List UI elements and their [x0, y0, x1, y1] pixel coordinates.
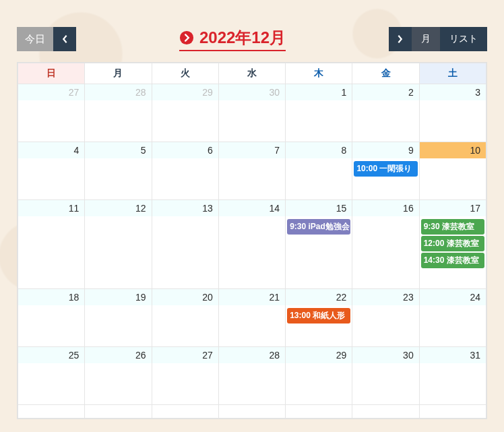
calendar-day-cell[interactable]: 5 — [85, 142, 152, 200]
day-number: 28 — [219, 347, 285, 363]
day-number: 11 — [18, 200, 84, 216]
calendar-footer-row — [18, 405, 486, 419]
day-cell-body — [352, 363, 418, 366]
day-cell-body — [219, 305, 285, 308]
day-cell-body — [152, 216, 218, 219]
day-cell-body — [219, 158, 285, 161]
day-number: 15 — [286, 200, 352, 216]
day-number: 12 — [85, 200, 151, 216]
calendar-day-cell[interactable]: 13 — [152, 200, 218, 289]
calendar-day-cell[interactable]: 11 — [18, 200, 85, 289]
calendar-day-cell[interactable]: 21 — [218, 289, 285, 347]
circle-chevron-right-icon — [179, 30, 194, 45]
day-number: 16 — [352, 200, 418, 216]
calendar-day-cell[interactable]: 29 — [286, 347, 352, 405]
calendar-event[interactable]: 14:30 漆芸教室 — [421, 253, 484, 268]
empty-cell — [352, 405, 419, 419]
day-cell-body — [85, 100, 151, 103]
calendar-event[interactable]: 9:30 iPad勉強会 — [287, 219, 350, 235]
calendar-day-cell[interactable]: 18 — [18, 289, 85, 347]
day-number: 4 — [18, 142, 84, 158]
day-number: 29 — [286, 347, 352, 363]
today-button[interactable]: 今日 — [17, 27, 53, 51]
day-number: 28 — [85, 84, 151, 100]
next-button[interactable] — [389, 27, 412, 51]
day-cell-body: 10:00 一閑張り — [352, 158, 418, 179]
calendar-day-cell[interactable]: 10 — [419, 142, 486, 200]
day-number: 31 — [420, 347, 486, 363]
day-header-row: 日 月 火 水 木 金 土 — [18, 63, 486, 84]
prev-button[interactable] — [53, 27, 76, 51]
day-cell-body — [152, 305, 218, 308]
day-cell-body — [152, 100, 218, 103]
calendar-day-cell[interactable]: 6 — [152, 142, 218, 200]
calendar-day-cell[interactable]: 8 — [286, 142, 352, 200]
day-number: 26 — [85, 347, 151, 363]
calendar-day-cell[interactable]: 20 — [152, 289, 218, 347]
day-number: 29 — [152, 84, 218, 100]
day-number: 13 — [152, 200, 218, 216]
calendar-day-cell[interactable]: 179:30 漆芸教室12:00 漆芸教室14:30 漆芸教室 — [419, 200, 486, 289]
calendar-day-cell[interactable]: 16 — [352, 200, 419, 289]
day-header-fri: 金 — [352, 63, 419, 84]
calendar-day-cell[interactable]: 23 — [352, 289, 419, 347]
calendar-event[interactable]: 12:00 漆芸教室 — [421, 236, 484, 251]
calendar-day-cell[interactable]: 27 — [152, 347, 218, 405]
calendar-day-cell[interactable]: 4 — [18, 142, 85, 200]
day-header-sun: 日 — [18, 63, 85, 84]
day-cell-body — [420, 363, 486, 366]
calendar-day-cell[interactable]: 2213:00 和紙人形 — [286, 289, 352, 347]
calendar-day-cell[interactable]: 28 — [218, 347, 285, 405]
day-header-wed: 水 — [218, 63, 285, 84]
calendar-event[interactable]: 9:30 漆芸教室 — [421, 219, 484, 235]
day-cell-body — [352, 305, 418, 308]
calendar-day-cell[interactable]: 30 — [218, 84, 285, 142]
calendar-day-cell[interactable]: 28 — [85, 84, 152, 142]
day-number: 27 — [18, 84, 84, 100]
calendar-day-cell[interactable]: 14 — [218, 200, 285, 289]
day-cell-body — [18, 363, 84, 366]
day-cell-body — [352, 216, 418, 219]
calendar-day-cell[interactable]: 7 — [218, 142, 285, 200]
calendar-day-cell[interactable]: 19 — [85, 289, 152, 347]
day-cell-body: 9:30 漆芸教室12:00 漆芸教室14:30 漆芸教室 — [420, 216, 486, 271]
list-view-button[interactable]: リスト — [440, 27, 487, 51]
day-cell-body — [85, 305, 151, 308]
day-cell-body — [85, 158, 151, 161]
calendar-day-cell[interactable]: 25 — [18, 347, 85, 405]
calendar-day-cell[interactable]: 26 — [85, 347, 152, 405]
calendar-day-cell[interactable]: 30 — [352, 347, 419, 405]
calendar-day-cell[interactable]: 910:00 一閑張り — [352, 142, 419, 200]
calendar-event[interactable]: 10:00 一閑張り — [354, 161, 417, 177]
day-number: 8 — [286, 142, 352, 158]
calendar-day-cell[interactable]: 31 — [419, 347, 486, 405]
chevron-right-icon — [397, 34, 404, 44]
calendar-day-cell[interactable]: 24 — [419, 289, 486, 347]
calendar-day-cell[interactable]: 27 — [18, 84, 85, 142]
calendar-day-cell[interactable]: 1 — [286, 84, 352, 142]
day-number: 22 — [286, 289, 352, 305]
calendar-grid: 日 月 火 水 木 金 土 2728293012345678910:00 一閑張… — [17, 62, 487, 419]
calendar-day-cell[interactable]: 3 — [419, 84, 486, 142]
calendar-week-row: 11121314159:30 iPad勉強会16179:30 漆芸教室12:00… — [18, 200, 486, 289]
empty-cell — [85, 405, 152, 419]
day-cell-body — [286, 158, 352, 161]
day-number: 19 — [85, 289, 151, 305]
day-number: 2 — [352, 84, 418, 100]
calendar-toolbar: 今日 2022年12月 月 リスト — [0, 0, 504, 62]
month-view-button[interactable]: 月 — [412, 27, 440, 51]
day-number: 20 — [152, 289, 218, 305]
day-header-thu: 木 — [286, 63, 352, 84]
calendar-day-cell[interactable]: 12 — [85, 200, 152, 289]
day-number: 3 — [420, 84, 486, 100]
day-number: 18 — [18, 289, 84, 305]
nav-right-group: 月 リスト — [389, 27, 487, 51]
calendar-day-cell[interactable]: 2 — [352, 84, 419, 142]
calendar-day-cell[interactable]: 29 — [152, 84, 218, 142]
day-cell-body — [85, 363, 151, 366]
calendar-event[interactable]: 13:00 和紙人形 — [287, 308, 350, 323]
calendar-day-cell[interactable]: 159:30 iPad勉強会 — [286, 200, 352, 289]
day-cell-body — [152, 363, 218, 366]
day-cell-body — [286, 100, 352, 103]
day-cell-body: 13:00 和紙人形 — [286, 305, 352, 326]
